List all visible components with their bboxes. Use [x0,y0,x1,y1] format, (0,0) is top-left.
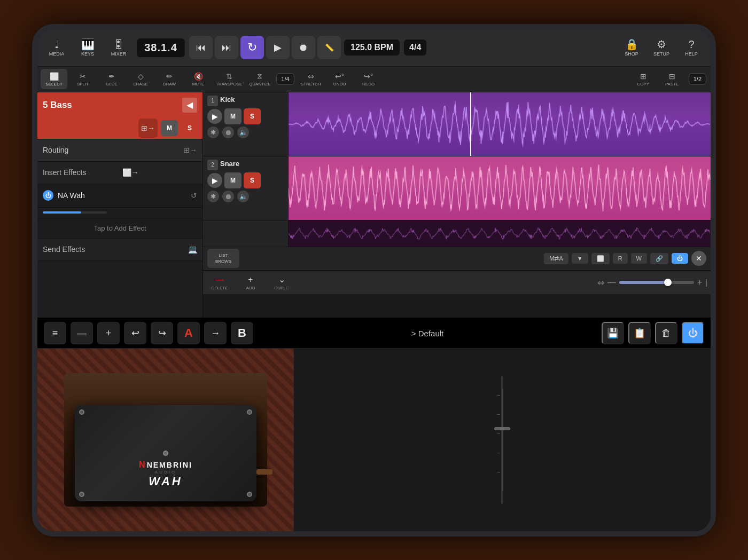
transpose-button[interactable]: ⇅ TRANSPOSE [214,69,244,89]
secondary-toolbar: ⬜ SELECT ✂ SPLIT ✒ GLUE ◇ ERASE ✏ DRAW 🔇 [37,67,711,92]
na-wah-slot[interactable]: ⏻ NA Wah ↺ [37,184,202,208]
draw-button[interactable]: ✏ DRAW [156,69,183,89]
snare-record-button[interactable]: ⏺ [222,191,234,202]
glue-button[interactable]: ✒ GLUE [98,69,125,89]
brows-label: BROWS [215,259,231,264]
r-button[interactable]: R [613,253,628,264]
record-button[interactable]: ⏺ [292,36,315,59]
media-icon: ♩ [54,39,59,50]
plugin-minus-button[interactable]: — [71,322,93,344]
effect-power-button[interactable]: ⏻ [43,190,53,201]
snare-star-button[interactable]: ✱ [207,191,219,202]
setup-button[interactable]: ⚙ SETUP [646,33,676,62]
shop-button[interactable]: 🔒 SHOP [617,33,646,62]
kick-m-button[interactable]: M [224,108,241,124]
delete-label: DELETE [211,286,228,290]
kick-star-button[interactable]: ✱ [207,127,219,138]
track-grid-btn[interactable]: ⊞→ [138,119,158,138]
metronome-button[interactable]: 📏 [317,36,341,59]
snare-waveform-canvas [289,156,711,220]
media-button[interactable]: ♩ MEDIA [42,33,72,62]
link-button[interactable]: 🔗 [650,253,668,264]
track-collapse-button[interactable]: ◀ [182,98,197,113]
plugin-menu-button[interactable]: ≡ [44,322,66,344]
mute-button[interactable]: 🔇 MUTE [185,69,212,89]
paste-button[interactable]: ⊟ PASTE [659,69,685,89]
send-effects-section[interactable]: Send Effects 💻 [37,239,202,261]
plugin-undo-button[interactable]: ↩ [124,322,146,344]
frame-button[interactable]: ⬜ [591,253,610,264]
snare-play-button[interactable]: ▶ [207,173,222,188]
close-button[interactable]: ✕ [691,251,706,266]
plugin-save2-button[interactable]: 📋 [628,322,651,344]
bpm-display: 125.0 BPM [344,40,400,56]
duplc-label: DUPLC [274,286,289,290]
plugin-a-button[interactable]: A [177,322,200,344]
m-ca-button[interactable]: M⇄A [544,253,568,264]
plugin-delete-button[interactable]: 🗑 [655,322,677,344]
quantize-button[interactable]: ⧖ QUANTIZE [246,69,273,89]
knob-bar[interactable] [43,211,107,214]
snare-m-button[interactable]: M [224,172,241,188]
add-button[interactable]: + ADD [237,275,264,290]
vertical-fader[interactable] [501,376,503,504]
play-button[interactable]: ▶ [266,36,290,59]
top-toolbar: ♩ MEDIA 🎹 KEYS 🎛 MIXER 38.1.4 ⏮ ⏭ ↻ ▶ ⏺ … [37,29,711,67]
kick-record-button[interactable]: ⏺ [222,127,234,138]
insert-effects-section[interactable]: Insert Effects ⬜→ [37,162,202,184]
stretch-button[interactable]: ⇔ STRETCH [298,69,324,89]
quantize-label: QUANTIZE [249,82,270,86]
delete-button[interactable]: — DELETE [206,275,233,290]
dropdown-button[interactable]: ▼ [572,253,588,264]
redo-button[interactable]: ↪° REDO [355,69,382,89]
plugin-arrow-button[interactable]: → [204,322,227,344]
vol-value: | [705,278,707,287]
select-button[interactable]: ⬜ SELECT [41,69,67,89]
undo-button[interactable]: ↩° UNDO [326,69,353,89]
power-auto-button[interactable]: ⏻ [672,253,688,264]
mixer-button[interactable]: 🎛 MIXER [104,33,134,62]
erase-button[interactable]: ◇ ERASE [127,69,154,89]
paste-icon: ⊟ [669,72,675,81]
plugin-add-button[interactable]: + [97,322,120,344]
routing-row[interactable]: Routing ⊞→ [37,139,202,162]
redo-label: REDO [362,82,375,86]
effect-edit-icon[interactable]: ↺ [191,191,197,200]
rewind-button[interactable]: ⏮ [189,36,213,59]
track-m-button[interactable]: M [161,120,178,136]
position-display: 38.1.4 [137,38,185,57]
snare-s-button[interactable]: S [244,172,261,188]
loop-button[interactable]: ↻ [240,36,264,59]
add-effect-label: Tap to Add Effect [94,224,146,232]
duplc-button[interactable]: ⌄ DUPLC [268,274,295,290]
brand-sub: AUDIO [139,470,192,475]
split-button[interactable]: ✂ SPLIT [69,69,96,89]
plugin-content: N NEMBRINI AUDIO WAH [37,349,711,531]
snare-volume-button[interactable]: 🔈 [237,191,249,202]
send-effects-icon: 💻 [188,245,197,254]
quantize-value[interactable]: 1/4 [276,73,294,85]
keys-icon: 🎹 [81,39,95,50]
plugin-save-button[interactable]: 💾 [602,322,624,344]
kick-volume-button[interactable]: 🔈 [237,127,249,138]
copy-button[interactable]: ⊞ COPY [630,69,657,89]
forward-button[interactable]: ⏭ [215,36,238,59]
fader-handle[interactable] [494,427,510,430]
list-brows-button[interactable]: LIST BROWS [207,249,239,268]
track-s-button[interactable]: S [181,120,198,136]
effect-name: NA Wah [58,191,186,200]
kick-s-button[interactable]: S [244,108,261,124]
help-button[interactable]: ? HELP [676,33,706,62]
keys-button[interactable]: 🎹 KEYS [73,33,103,62]
w-button[interactable]: W [631,253,647,264]
plugin-b-button[interactable]: B [231,322,253,344]
glue-label: GLUE [106,82,118,86]
kick-track-header: 1 Kick ▶ M S ✱ ⏺ 🔈 [203,92,289,156]
volume-slider[interactable] [619,281,694,284]
plugin-power-button[interactable]: ⏻ [682,322,704,344]
slider-handle[interactable] [664,279,672,286]
add-effect-button[interactable]: Tap to Add Effect [37,218,202,239]
kick-play-button[interactable]: ▶ [207,109,222,124]
plugin-redo-button[interactable]: ↪ [151,322,173,344]
setup-label: SETUP [653,51,669,57]
